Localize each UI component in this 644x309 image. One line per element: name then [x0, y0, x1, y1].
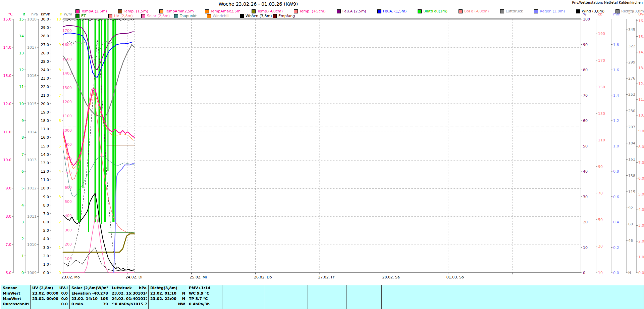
- table-group-richtg-3-8m-: Richtg(3,8m)23.02. 01:10N23.02. 22:00NNW: [149, 285, 187, 309]
- table-group-header: UV (2,8m): [32, 285, 53, 291]
- svg-text:1500: 1500: [62, 57, 72, 61]
- table-group-header: Richtg(3,8m): [150, 285, 177, 291]
- svg-text:7.0: 7.0: [638, 161, 644, 165]
- svg-text:80: 80: [583, 68, 588, 72]
- svg-text:13: 13: [19, 51, 24, 55]
- table-group-empty: [346, 285, 382, 309]
- axis-sun: 109876543210h: [56, 12, 63, 275]
- table-group-empty: [222, 285, 264, 309]
- series-solar-2-8m-: [63, 215, 134, 273]
- svg-text:23.0: 23.0: [41, 76, 49, 81]
- svg-text:0.0: 0.0: [638, 271, 644, 275]
- svg-text:5: 5: [21, 186, 24, 190]
- axis-wind: 30.029.028.027.026.025.024.023.022.021.0…: [41, 12, 51, 275]
- table-row-labels: SensorMinWertMaxWertDurchschnitt: [1, 285, 31, 309]
- svg-text:6: 6: [21, 169, 24, 174]
- svg-text:1009: 1009: [27, 271, 37, 275]
- svg-text:11.0: 11.0: [3, 130, 12, 134]
- svg-text:9.0: 9.0: [43, 195, 49, 199]
- svg-text:23.02. Mo: 23.02. Mo: [61, 275, 80, 279]
- svg-text:W/m²: W/m²: [64, 12, 74, 16]
- svg-text:253: 253: [628, 92, 635, 97]
- table-group-empty: [308, 285, 346, 309]
- table-group-header: Luftdruck: [112, 285, 132, 291]
- table-cell-text: 23.02. 15:30: [112, 291, 138, 296]
- svg-text:345: 345: [628, 28, 635, 32]
- svg-text:16.0: 16.0: [41, 135, 49, 140]
- svg-text:1300: 1300: [62, 86, 72, 90]
- svg-text:°C: °C: [8, 12, 13, 16]
- svg-text:92: 92: [628, 206, 633, 210]
- table-group-solar-2-8m-: Solar (2,8m)W/m²Elevation-40.27823.02. 1…: [70, 285, 110, 309]
- table-row-label: Durchschnitt: [3, 302, 29, 307]
- svg-text:2: 2: [21, 237, 24, 241]
- series-regen-2-8m-: [114, 164, 134, 273]
- table-cell-value: 1017.1: [138, 296, 147, 302]
- svg-text:4: 4: [59, 169, 61, 174]
- svg-text:14.0: 14.0: [41, 152, 49, 157]
- axis-humidity: 1009080706050403020100%: [581, 12, 590, 275]
- series-wind-3-8m-: [63, 248, 134, 271]
- svg-text:60: 60: [583, 119, 588, 123]
- svg-text:18.0: 18.0: [41, 119, 49, 123]
- svg-text:46: 46: [628, 238, 633, 243]
- svg-text:28.0: 28.0: [41, 34, 49, 38]
- svg-text:8: 8: [59, 68, 61, 72]
- svg-text:14.0: 14.0: [638, 50, 644, 54]
- table-group-pmv-1-14: PMV+1:14WC 9.9 °CTP 8.7 °C0.4hPa/3h: [187, 285, 222, 309]
- svg-text:%: %: [583, 12, 586, 16]
- svg-text:22.0: 22.0: [41, 85, 49, 89]
- svg-text:24.02. Di: 24.02. Di: [125, 275, 142, 279]
- svg-text:10.0: 10.0: [638, 113, 644, 118]
- table-cell-value: -40.278: [92, 291, 108, 296]
- svg-text:15.0: 15.0: [638, 35, 644, 39]
- svg-text:UV-I: UV-I: [638, 12, 644, 16]
- svg-text:km/h: km/h: [41, 12, 50, 16]
- svg-text:N: N: [628, 271, 631, 275]
- svg-text:lf: lf: [23, 12, 25, 16]
- svg-text:cb: cb: [598, 12, 602, 16]
- svg-text:14.0: 14.0: [3, 45, 12, 50]
- svg-text:15.0: 15.0: [41, 144, 49, 148]
- svg-text:25.02. Mi: 25.02. Mi: [190, 275, 207, 279]
- table-cell-text: 0.4hPa/3h: [189, 302, 210, 307]
- svg-text:6.0: 6.0: [43, 220, 49, 224]
- svg-text:10: 10: [583, 246, 588, 250]
- svg-text:1: 1: [59, 246, 61, 250]
- svg-text:1000: 1000: [62, 128, 72, 133]
- svg-text:11.0: 11.0: [638, 97, 644, 102]
- svg-text:276: 276: [628, 76, 635, 81]
- svg-text:6.0: 6.0: [6, 271, 12, 275]
- svg-text:11.0: 11.0: [41, 178, 49, 182]
- svg-text:322: 322: [628, 44, 635, 48]
- table-cell-text: 23.02. 00:00: [32, 296, 58, 302]
- svg-text:69: 69: [628, 222, 633, 226]
- svg-text:1017: 1017: [27, 45, 37, 50]
- table-group-header: PMV+1:14: [189, 285, 210, 291]
- table-empty-fill: [382, 285, 644, 309]
- svg-text:1011: 1011: [27, 214, 37, 219]
- svg-text:1.4: 1.4: [613, 93, 619, 98]
- svg-text:7: 7: [59, 93, 61, 98]
- table-cell-value: 1015.7: [133, 302, 147, 307]
- svg-text:2.0: 2.0: [638, 239, 644, 244]
- svg-text:13.0: 13.0: [638, 66, 644, 70]
- svg-text:9.0: 9.0: [6, 186, 12, 190]
- svg-text:01.03. So: 01.03. So: [446, 275, 464, 279]
- table-cell-text: 23.02. 01:10: [150, 291, 176, 296]
- svg-text:200: 200: [65, 242, 72, 247]
- table-group-unit: W/m²: [97, 285, 108, 291]
- svg-text:150: 150: [598, 85, 605, 89]
- svg-text:184: 184: [628, 141, 635, 145]
- svg-text:170: 170: [598, 58, 605, 63]
- svg-text:19.0: 19.0: [41, 110, 49, 115]
- svg-text:30: 30: [583, 195, 588, 199]
- svg-text:9: 9: [21, 119, 24, 123]
- svg-text:15.0: 15.0: [3, 17, 12, 21]
- svg-text:100: 100: [583, 17, 590, 21]
- svg-text:5: 5: [59, 144, 61, 148]
- axis-uvindex: 16.015.014.013.012.011.010.09.08.07.06.0…: [636, 12, 644, 275]
- svg-text:20: 20: [583, 220, 588, 224]
- svg-text:1.6: 1.6: [613, 68, 619, 72]
- axis-direction: 345322299276253230207184161138115926946N…: [626, 12, 635, 275]
